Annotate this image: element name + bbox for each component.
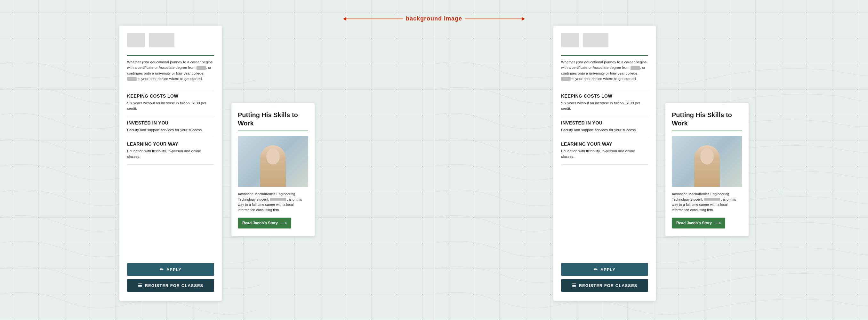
background-label-text: background image (406, 15, 462, 22)
right-section-heading-2: INVESTED IN YOU (561, 120, 648, 125)
right-section-text-2: Faculty and support services for your su… (561, 127, 648, 133)
right-section-heading-1: KEEPING COSTS LOW (561, 93, 648, 99)
right-story-photo (672, 136, 742, 187)
left-story-photo (238, 136, 308, 187)
left-card-green-line-1 (127, 55, 214, 56)
left-logo-1 (127, 33, 145, 47)
left-section-heading-1: KEEPING COSTS LOW (127, 93, 214, 99)
left-divider-4 (127, 164, 214, 165)
right-half: Whether your educational journey to a ca… (434, 0, 868, 320)
right-register-button[interactable]: ☰ REGISTER FOR CLASSES (561, 279, 648, 292)
right-story-title: Putting His Skills to Work (672, 111, 742, 127)
left-divider-1 (127, 90, 214, 90)
right-logo-2 (583, 33, 609, 47)
right-section-text-3: Education with flexibility, in-person an… (561, 149, 648, 160)
right-story-caption: Advanced Mechatronics Engineering Techno… (672, 191, 742, 213)
right-logo-area (561, 33, 648, 47)
left-divider-2 (127, 117, 214, 117)
right-divider-2 (561, 117, 648, 117)
left-story-arrow-icon: ⟶ (280, 221, 287, 226)
right-divider-3 (561, 138, 648, 138)
left-section-text-1: Six years without an increase in tuition… (127, 100, 214, 112)
left-half: Whether your educational journey to a ca… (0, 0, 434, 320)
left-section-text-3: Education with flexibility, in-person an… (127, 149, 214, 160)
left-intro-text: Whether your educational journey to a ca… (127, 60, 214, 82)
right-info-card: Whether your educational journey to a ca… (553, 26, 656, 301)
left-apply-pencil-icon: ✏ (160, 267, 164, 272)
left-story-title: Putting His Skills to Work (238, 111, 308, 127)
left-story-green-line (238, 131, 308, 131)
right-story-arrow-icon: ⟶ (714, 221, 721, 226)
right-section-text-1: Six years without an increase in tuition… (561, 100, 648, 112)
right-logo-1 (561, 33, 579, 47)
right-intro-text: Whether your educational journey to a ca… (561, 60, 648, 82)
left-story-caption: Advanced Mechatronics Engineering Techno… (238, 191, 308, 213)
right-apply-button[interactable]: ✏ APPLY (561, 263, 648, 276)
left-section-heading-2: INVESTED IN YOU (127, 120, 214, 125)
right-register-list-icon: ☰ (572, 283, 577, 288)
right-card-green-line-1 (561, 55, 648, 56)
left-apply-button[interactable]: ✏ APPLY (127, 263, 214, 276)
left-register-list-icon: ☰ (138, 283, 143, 288)
left-info-card: Whether your educational journey to a ca… (119, 26, 222, 301)
right-section-heading-3: LEARNING YOUR WAY (561, 141, 648, 147)
left-register-button[interactable]: ☰ REGISTER FOR CLASSES (127, 279, 214, 292)
right-apply-pencil-icon: ✏ (594, 267, 598, 272)
left-logo-2 (149, 33, 175, 47)
right-divider-1 (561, 90, 648, 90)
left-section-heading-3: LEARNING YOUR WAY (127, 141, 214, 147)
left-divider-3 (127, 138, 214, 138)
right-story-card: Putting His Skills to Work Advanced Mech… (665, 103, 749, 236)
background-image-label: background image (343, 15, 525, 22)
left-logo-area (127, 33, 214, 47)
right-read-story-button[interactable]: Read Jacob's Story ⟶ (672, 218, 725, 228)
right-arrow-decoration (465, 17, 525, 21)
right-story-green-line (672, 131, 742, 131)
right-divider-4 (561, 164, 648, 165)
left-read-story-button[interactable]: Read Jacob's Story ⟶ (238, 218, 291, 228)
left-arrow-decoration (343, 17, 403, 21)
left-section-text-2: Faculty and support services for your su… (127, 127, 214, 133)
page-layout: Whether your educational journey to a ca… (0, 0, 868, 320)
left-story-card: Putting His Skills to Work Advanced Mech… (231, 103, 315, 236)
